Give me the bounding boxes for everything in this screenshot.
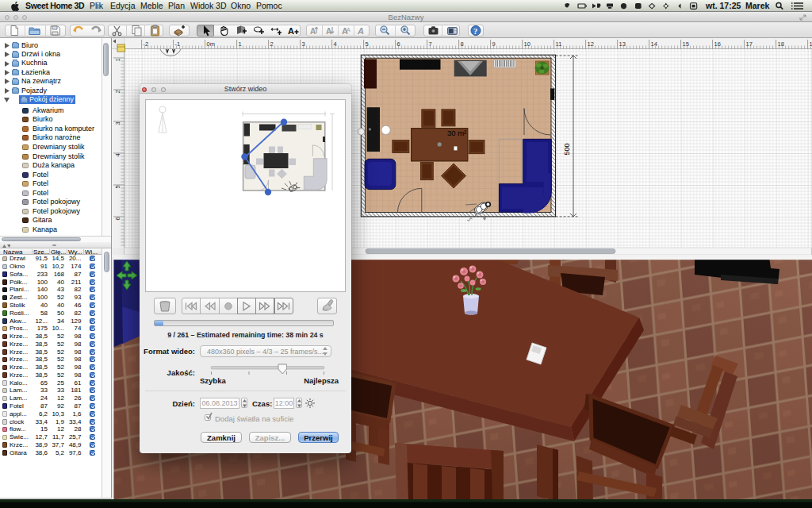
svg-text:11: 11 (556, 40, 562, 48)
svg-text:5: 5 (366, 40, 369, 48)
svg-text:3: 3 (302, 40, 305, 48)
svg-text:2: 2 (270, 40, 274, 48)
svg-text:A: A (288, 25, 294, 35)
svg-text:A: A (357, 26, 364, 36)
svg-text:16: 16 (714, 40, 721, 48)
svg-text:19: 19 (810, 40, 812, 48)
svg-text:0m: 0m (207, 40, 215, 48)
svg-text:-2: -2 (144, 40, 149, 48)
svg-text:4: 4 (334, 40, 337, 48)
svg-text:6: 6 (397, 40, 400, 48)
svg-text:500: 500 (563, 143, 571, 155)
svg-text:15: 15 (683, 40, 689, 48)
svg-text:18: 18 (778, 40, 784, 48)
svg-text:30 m²: 30 m² (447, 129, 466, 137)
svg-text:6: 6 (114, 217, 121, 220)
svg-text:4: 4 (114, 153, 121, 156)
svg-text:5: 5 (114, 185, 121, 188)
svg-text:9: 9 (492, 40, 496, 48)
svg-text:A: A (347, 27, 350, 33)
svg-text:8: 8 (461, 40, 464, 48)
svg-text:10: 10 (524, 40, 530, 48)
svg-text:2: 2 (114, 90, 121, 93)
svg-text:7: 7 (429, 40, 432, 48)
svg-text:12: 12 (588, 40, 594, 48)
svg-text:17: 17 (746, 40, 753, 48)
svg-text:13: 13 (619, 40, 626, 48)
svg-text:1: 1 (239, 40, 242, 48)
svg-text:?: ? (473, 26, 477, 35)
svg-text:3: 3 (114, 121, 121, 125)
svg-text:-1: -1 (175, 40, 181, 48)
svg-text:1: 1 (114, 58, 121, 61)
svg-text:14: 14 (651, 40, 657, 48)
